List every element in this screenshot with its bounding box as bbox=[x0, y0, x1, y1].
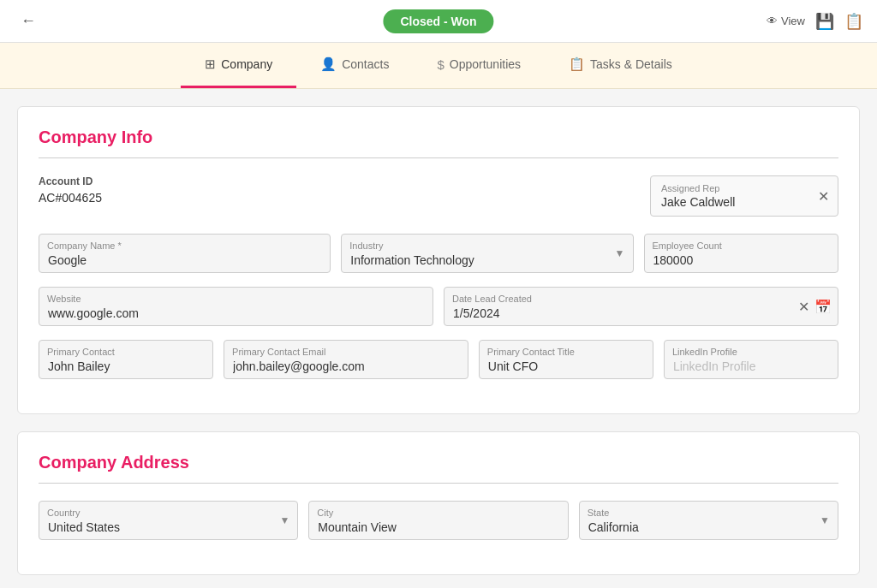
country-field: Country United States Canada United King… bbox=[39, 501, 298, 540]
account-id-row: Account ID AC#004625 Assigned Rep Jake C… bbox=[39, 175, 838, 217]
linkedin-profile-field: LinkedIn Profile bbox=[664, 340, 838, 379]
tab-navigation: ⊞ Company 👤 Contacts $ Opportunities 📋 T… bbox=[0, 43, 877, 89]
city-field: City bbox=[308, 501, 568, 540]
card-divider bbox=[39, 157, 838, 158]
save-button[interactable]: 💾 bbox=[815, 12, 834, 31]
city-label: City bbox=[317, 508, 333, 518]
company-name-field: Company Name * bbox=[39, 234, 331, 273]
linkedin-profile-label: LinkedIn Profile bbox=[672, 347, 737, 357]
employee-count-label: Employee Count bbox=[653, 241, 722, 251]
tab-tasks[interactable]: 📋 Tasks & Details bbox=[545, 43, 696, 88]
assigned-rep-box: Assigned Rep Jake Caldwell ✕ bbox=[650, 175, 838, 217]
tab-tasks-label: Tasks & Details bbox=[590, 57, 672, 71]
date-icons: ✕ 📅 bbox=[798, 299, 832, 315]
website-input[interactable] bbox=[39, 287, 433, 326]
tasks-tab-icon: 📋 bbox=[569, 56, 585, 72]
assigned-rep-label: Assigned Rep bbox=[661, 183, 827, 193]
form-row-1: Company Name * Industry Information Tech… bbox=[39, 234, 838, 273]
main-content: Company Info Account ID AC#004625 Assign… bbox=[0, 89, 877, 588]
tab-company-label: Company bbox=[221, 57, 272, 71]
status-badge: Closed - Won bbox=[383, 9, 493, 33]
account-id-block: Account ID AC#004625 bbox=[39, 175, 102, 205]
state-field: State California Texas New York Florida … bbox=[579, 501, 838, 540]
website-field: Website bbox=[39, 287, 433, 326]
top-bar-left: ← bbox=[14, 9, 43, 33]
contacts-tab-icon: 👤 bbox=[320, 56, 337, 72]
company-name-label: Company Name * bbox=[47, 241, 122, 251]
date-lead-created-label: Date Lead Created bbox=[452, 294, 532, 304]
view-label: View bbox=[781, 15, 805, 27]
top-bar: ← Closed - Won 👁 View 💾 📋 bbox=[0, 0, 877, 43]
industry-select[interactable]: Information Technology Finance Healthcar… bbox=[341, 234, 633, 273]
employee-count-field: Employee Count bbox=[644, 234, 839, 273]
country-select[interactable]: United States Canada United Kingdom Aust… bbox=[39, 501, 298, 540]
view-button[interactable]: 👁 View bbox=[767, 15, 805, 27]
primary-contact-field: Primary Contact bbox=[39, 340, 213, 379]
employee-count-input[interactable] bbox=[644, 234, 839, 273]
tab-contacts[interactable]: 👤 Contacts bbox=[296, 43, 413, 88]
top-bar-center: Closed - Won bbox=[383, 15, 493, 28]
assigned-rep-name: Jake Caldwell bbox=[661, 195, 827, 209]
primary-contact-title-input[interactable] bbox=[479, 340, 653, 379]
assigned-rep-close-icon[interactable]: ✕ bbox=[818, 188, 829, 205]
opportunities-tab-icon: $ bbox=[437, 57, 444, 72]
linkedin-profile-input[interactable] bbox=[664, 340, 838, 379]
form-row-3: Primary Contact Primary Contact Email Pr… bbox=[39, 340, 838, 379]
company-address-title: Company Address bbox=[39, 453, 838, 472]
company-name-input[interactable] bbox=[39, 234, 331, 273]
address-card-divider bbox=[39, 483, 838, 484]
calendar-icon[interactable]: 📅 bbox=[814, 299, 832, 315]
state-select[interactable]: California Texas New York Florida bbox=[579, 501, 838, 540]
primary-contact-input[interactable] bbox=[39, 340, 213, 379]
tab-company[interactable]: ⊞ Company bbox=[181, 43, 296, 88]
address-form-row-1: Country United States Canada United King… bbox=[39, 501, 838, 540]
form-row-2: Website Date Lead Created ✕ 📅 bbox=[39, 287, 838, 326]
company-address-card: Company Address Country United States Ca… bbox=[17, 431, 860, 575]
country-label: Country bbox=[47, 508, 81, 518]
account-id-label: Account ID bbox=[39, 175, 102, 187]
account-id-value: AC#004625 bbox=[39, 191, 102, 205]
state-label: State bbox=[588, 508, 610, 518]
primary-contact-title-label: Primary Contact Title bbox=[487, 347, 575, 357]
primary-contact-email-field: Primary Contact Email bbox=[224, 340, 468, 379]
primary-contact-email-label: Primary Contact Email bbox=[232, 347, 325, 357]
date-lead-created-field: Date Lead Created ✕ 📅 bbox=[444, 287, 838, 326]
copy-button[interactable]: 📋 bbox=[844, 12, 863, 31]
industry-label: Industry bbox=[349, 241, 383, 251]
company-tab-icon: ⊞ bbox=[205, 56, 216, 72]
top-bar-right: 👁 View 💾 📋 bbox=[767, 12, 863, 31]
tab-contacts-label: Contacts bbox=[342, 57, 389, 71]
city-input[interactable] bbox=[308, 501, 568, 540]
primary-contact-title-field: Primary Contact Title bbox=[479, 340, 653, 379]
date-clear-icon[interactable]: ✕ bbox=[798, 299, 809, 315]
company-info-card: Company Info Account ID AC#004625 Assign… bbox=[17, 106, 860, 414]
company-info-title: Company Info bbox=[39, 128, 838, 147]
eye-icon: 👁 bbox=[767, 15, 778, 27]
back-button[interactable]: ← bbox=[14, 9, 43, 33]
website-label: Website bbox=[47, 294, 81, 304]
primary-contact-email-input[interactable] bbox=[224, 340, 468, 379]
date-lead-created-input[interactable] bbox=[444, 287, 838, 326]
tab-opportunities-label: Opportunities bbox=[450, 57, 521, 71]
industry-field: Industry Information Technology Finance … bbox=[341, 234, 633, 273]
primary-contact-label: Primary Contact bbox=[47, 347, 115, 357]
tab-opportunities[interactable]: $ Opportunities bbox=[413, 43, 545, 88]
